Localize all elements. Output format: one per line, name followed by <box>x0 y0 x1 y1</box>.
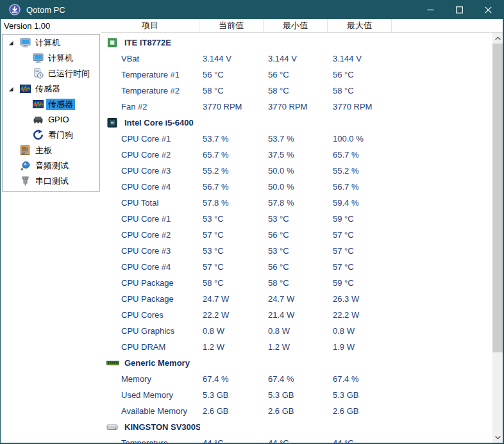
sensor-max-value: 57 °C <box>333 261 354 272</box>
sensor-name: Fan #2 <box>121 101 202 112</box>
computer-icon <box>33 53 44 63</box>
sensor-row[interactable]: CPU Package58 °C58 °C59 °C <box>101 275 492 291</box>
sensor-min-value: 3.144 V <box>268 53 297 64</box>
sidebar-item-audio-test[interactable]: 音频测试 <box>3 158 99 174</box>
sensor-min-value: 53.7 % <box>268 133 294 144</box>
sidebar-item-label: 计算机 <box>46 53 75 64</box>
sensor-max-value: 100.0 % <box>333 133 364 144</box>
sensor-min-value: 2.6 GB <box>268 406 294 416</box>
sensor-name: CPU Core #1 <box>121 133 202 144</box>
sensor-panel: 项目 当前值 最小值 最大值 ITE IT8772EVBat3.144 V3.1… <box>101 19 503 443</box>
sidebar-item-computer[interactable]: 计算机 <box>3 51 99 66</box>
sensor-group-row[interactable]: KINGSTON SV300S3 <box>101 419 492 435</box>
sensor-row[interactable]: CPU Core #355.2 %50.0 %55.2 % <box>101 163 492 179</box>
sidebar-item-sensors-root[interactable]: 传感器 <box>3 81 99 97</box>
sensor-row[interactable]: CPU Graphics0.8 W0.8 W0.8 W <box>101 323 492 339</box>
expand-arrow-icon[interactable] <box>8 40 14 46</box>
scrollbar-thumb[interactable] <box>492 44 503 352</box>
sensor-row[interactable]: CPU Core #153 °C53 °C59 °C <box>101 211 492 227</box>
scroll-up-button[interactable] <box>492 33 503 44</box>
sensor-row[interactable]: CPU Core #257 °C56 °C57 °C <box>101 227 492 243</box>
column-header-max[interactable]: 最大值 <box>328 19 392 32</box>
sensor-current-value: 65.7 % <box>203 149 228 160</box>
sidebar-item-label: 主板 <box>33 145 54 156</box>
maximize-button[interactable] <box>445 0 474 19</box>
sensor-min-value: 58 °C <box>268 85 289 96</box>
sensor-max-value: 56 °C <box>333 69 354 80</box>
sensor-max-value: 1.9 W <box>333 341 355 352</box>
sensor-row[interactable]: CPU Total57.8 %57.8 %59.4 % <box>101 195 492 211</box>
sensor-row[interactable]: CPU Package24.7 W24.7 W26.3 W <box>101 291 492 307</box>
sensor-current-value: 44 °C <box>203 438 224 443</box>
sensor-row[interactable]: CPU DRAM1.2 W1.2 W1.9 W <box>101 339 492 355</box>
sidebar-item-motherboard[interactable]: 主板 <box>3 143 99 158</box>
sensor-row[interactable]: Fan #23770 RPM3770 RPM3770 RPM <box>101 99 492 115</box>
sensor-min-value: 5.3 GB <box>268 390 294 400</box>
sensor-group-row[interactable]: Intel Core i5-6400 <box>101 115 492 131</box>
sensor-row[interactable]: Temperature44 °C44 °C44 °C <box>101 435 492 443</box>
sensor-max-value: 65.7 % <box>333 149 358 160</box>
sensor-row[interactable]: Available Memory2.6 GB2.6 GB2.6 GB <box>101 403 492 419</box>
sensor-max-value: 59 °C <box>333 277 354 288</box>
sensor-max-value: 22.2 W <box>333 309 359 320</box>
sidebar-item-sensors[interactable]: 传感器 <box>3 97 99 112</box>
sensor-row[interactable]: CPU Core #353 °C53 °C57 °C <box>101 243 492 259</box>
sensor-row[interactable]: CPU Core #265.7 %37.5 %65.7 % <box>101 147 492 163</box>
sensor-group-row[interactable]: ITE IT8772E <box>101 35 492 51</box>
sensor-table: ITE IT8772EVBat3.144 V3.144 V3.144 VTemp… <box>101 33 492 443</box>
app-icon <box>9 4 21 15</box>
sensor-current-value: 53.7 % <box>203 133 228 144</box>
sensor-group-name: Intel Core i5-6400 <box>124 117 200 128</box>
sidebar-item-serial-test[interactable]: 串口测试 <box>3 174 99 189</box>
sensor-max-value: 2.6 GB <box>333 406 358 416</box>
chip-icon <box>106 37 119 48</box>
sensor-current-value: 56.7 % <box>203 181 228 192</box>
sensor-current-value: 22.2 W <box>203 309 229 320</box>
column-header-item[interactable]: 项目 <box>101 19 199 32</box>
titlebar: Qotom PC <box>1 0 503 19</box>
scroll-down-button[interactable] <box>492 432 503 443</box>
sensor-name: Temperature <box>121 438 202 443</box>
gpio-icon <box>33 114 44 125</box>
sensor-min-value: 56 °C <box>268 229 289 240</box>
sensor-row[interactable]: CPU Core #153.7 %53.7 %100.0 % <box>101 131 492 147</box>
expand-arrow-icon[interactable] <box>8 86 14 92</box>
sensor-max-value: 57 °C <box>333 229 354 240</box>
sensor-row[interactable]: Temperature #156 °C56 °C56 °C <box>101 67 492 83</box>
sensor-max-value: 5.3 GB <box>333 390 358 400</box>
minimize-button[interactable] <box>416 0 445 19</box>
vertical-scrollbar[interactable] <box>492 33 503 443</box>
sensor-min-value: 1.2 W <box>268 341 290 352</box>
sensor-current-value: 2.6 GB <box>203 406 228 416</box>
sensor-max-value: 44 °C <box>333 438 354 443</box>
sensor-row[interactable]: CPU Core #456.7 %50.0 %56.7 % <box>101 179 492 195</box>
sidebar-item-label: 传感器 <box>33 83 62 95</box>
table-header: 项目 当前值 最小值 最大值 <box>101 19 503 33</box>
column-header-filler <box>392 19 503 32</box>
sidebar-item-uptime[interactable]: 已运行时间 <box>3 66 99 81</box>
sensor-row[interactable]: VBat3.144 V3.144 V3.144 V <box>101 51 492 67</box>
sensor-min-value: 24.7 W <box>268 293 294 304</box>
computer-icon <box>20 37 31 48</box>
sidebar-item-gpio[interactable]: GPIO <box>3 112 99 127</box>
sensor-group-row[interactable]: Generic Memory <box>101 355 492 371</box>
sensor-group-name: KINGSTON SV300S3 <box>124 422 200 432</box>
watchdog-icon <box>33 129 44 140</box>
sensor-row[interactable]: CPU Cores22.2 W21.4 W22.2 W <box>101 307 492 323</box>
sensor-row[interactable]: Used Memory5.3 GB5.3 GB5.3 GB <box>101 387 492 403</box>
column-header-min[interactable]: 最小值 <box>264 19 328 32</box>
sidebar-item-computer-root[interactable]: 计算机 <box>3 35 99 51</box>
sensor-row[interactable]: CPU Core #457 °C56 °C57 °C <box>101 259 492 275</box>
sensor-current-value: 56 °C <box>203 69 224 80</box>
sidebar-item-watchdog[interactable]: 看门狗 <box>3 127 99 143</box>
sensor-name: CPU Package <box>121 277 202 288</box>
serial-icon <box>20 176 31 186</box>
close-button[interactable] <box>474 0 503 19</box>
sensor-row[interactable]: Memory67.4 %67.4 %67.4 % <box>101 371 492 387</box>
sensor-row[interactable]: Temperature #258 °C58 °C58 °C <box>101 83 492 99</box>
sensor-max-value: 3.144 V <box>333 53 362 64</box>
sidebar-item-label: 看门狗 <box>46 129 75 141</box>
sidebar-item-label: 串口测试 <box>33 176 71 187</box>
sensor-name: CPU DRAM <box>121 341 202 352</box>
column-header-current[interactable]: 当前值 <box>199 19 264 32</box>
